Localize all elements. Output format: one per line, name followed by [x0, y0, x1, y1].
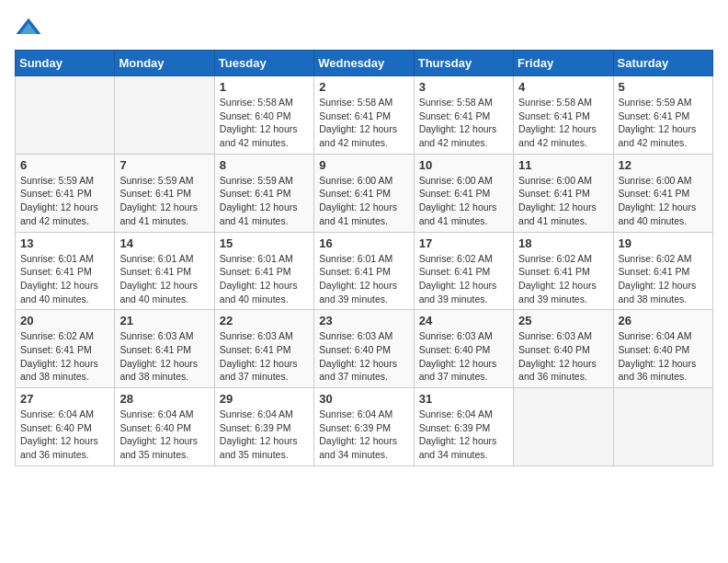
day-number: 28	[119, 392, 210, 406]
calendar-day-header: Saturday	[613, 51, 712, 76]
calendar-day-cell: 23Sunrise: 6:03 AM Sunset: 6:40 PM Dayli…	[314, 310, 414, 388]
calendar-day-cell: 3Sunrise: 5:58 AM Sunset: 6:41 PM Daylig…	[414, 76, 513, 155]
day-info: Sunrise: 5:59 AM Sunset: 6:41 PM Dayligh…	[20, 174, 110, 228]
calendar-week-row: 27Sunrise: 6:04 AM Sunset: 6:40 PM Dayli…	[16, 388, 713, 466]
calendar-day-header: Monday	[115, 51, 214, 76]
calendar-week-row: 1Sunrise: 5:58 AM Sunset: 6:40 PM Daylig…	[16, 76, 713, 155]
day-number: 20	[20, 314, 110, 327]
day-info: Sunrise: 6:00 AM Sunset: 6:41 PM Dayligh…	[518, 174, 609, 228]
day-info: Sunrise: 6:04 AM Sunset: 6:39 PM Dayligh…	[419, 408, 509, 462]
calendar-day-cell: 24Sunrise: 6:03 AM Sunset: 6:40 PM Dayli…	[414, 310, 513, 388]
calendar-header-row: SundayMondayTuesdayWednesdayThursdayFrid…	[16, 51, 713, 76]
day-info: Sunrise: 6:04 AM Sunset: 6:39 PM Dayligh…	[319, 408, 409, 462]
day-info: Sunrise: 5:58 AM Sunset: 6:41 PM Dayligh…	[319, 96, 409, 150]
calendar-day-cell: 6Sunrise: 5:59 AM Sunset: 6:41 PM Daylig…	[16, 154, 115, 232]
calendar-day-cell: 1Sunrise: 5:58 AM Sunset: 6:40 PM Daylig…	[214, 76, 313, 155]
day-number: 21	[119, 314, 210, 327]
calendar-day-cell: 13Sunrise: 6:01 AM Sunset: 6:41 PM Dayli…	[16, 232, 115, 310]
day-number: 31	[419, 392, 509, 406]
calendar-day-cell: 4Sunrise: 5:58 AM Sunset: 6:41 PM Daylig…	[514, 76, 613, 155]
day-number: 16	[319, 236, 409, 250]
calendar-day-cell: 15Sunrise: 6:01 AM Sunset: 6:41 PM Dayli…	[214, 232, 313, 310]
calendar-day-cell: 30Sunrise: 6:04 AM Sunset: 6:39 PM Dayli…	[314, 388, 414, 466]
day-info: Sunrise: 6:01 AM Sunset: 6:41 PM Dayligh…	[119, 252, 210, 306]
calendar-day-cell: 19Sunrise: 6:02 AM Sunset: 6:41 PM Dayli…	[613, 232, 712, 310]
day-info: Sunrise: 6:01 AM Sunset: 6:41 PM Dayligh…	[20, 252, 110, 306]
calendar-day-cell: 10Sunrise: 6:00 AM Sunset: 6:41 PM Dayli…	[414, 154, 513, 232]
day-info: Sunrise: 6:04 AM Sunset: 6:39 PM Dayligh…	[220, 408, 310, 462]
day-number: 17	[419, 236, 509, 250]
day-number: 19	[619, 236, 709, 250]
calendar-day-cell: 16Sunrise: 6:01 AM Sunset: 6:41 PM Dayli…	[314, 232, 414, 310]
day-info: Sunrise: 6:00 AM Sunset: 6:41 PM Dayligh…	[319, 174, 409, 228]
day-number: 6	[20, 158, 110, 172]
day-info: Sunrise: 5:59 AM Sunset: 6:41 PM Dayligh…	[119, 174, 210, 228]
day-number: 22	[220, 314, 310, 327]
day-number: 27	[20, 392, 110, 406]
calendar-day-cell: 12Sunrise: 6:00 AM Sunset: 6:41 PM Dayli…	[613, 154, 712, 232]
day-number: 26	[619, 314, 709, 327]
calendar-day-cell: 8Sunrise: 5:59 AM Sunset: 6:41 PM Daylig…	[214, 154, 313, 232]
day-info: Sunrise: 6:04 AM Sunset: 6:40 PM Dayligh…	[619, 329, 709, 384]
calendar-day-header: Friday	[514, 51, 613, 76]
logo-icon	[15, 15, 42, 42]
calendar-week-row: 6Sunrise: 5:59 AM Sunset: 6:41 PM Daylig…	[16, 154, 713, 232]
calendar-day-cell	[613, 388, 712, 466]
calendar-day-cell: 26Sunrise: 6:04 AM Sunset: 6:40 PM Dayli…	[613, 310, 712, 388]
calendar-day-cell	[115, 76, 214, 155]
day-number: 4	[518, 80, 609, 94]
day-number: 29	[220, 392, 310, 406]
calendar-day-header: Sunday	[16, 51, 115, 76]
day-number: 8	[220, 158, 310, 172]
calendar-day-cell: 28Sunrise: 6:04 AM Sunset: 6:40 PM Dayli…	[115, 388, 214, 466]
calendar-day-header: Wednesday	[314, 51, 414, 76]
calendar-day-cell: 18Sunrise: 6:02 AM Sunset: 6:41 PM Dayli…	[514, 232, 613, 310]
day-info: Sunrise: 6:01 AM Sunset: 6:41 PM Dayligh…	[319, 252, 409, 306]
day-number: 13	[20, 236, 110, 250]
calendar-day-header: Thursday	[414, 51, 513, 76]
calendar-day-cell: 17Sunrise: 6:02 AM Sunset: 6:41 PM Dayli…	[414, 232, 513, 310]
day-info: Sunrise: 6:03 AM Sunset: 6:40 PM Dayligh…	[419, 329, 509, 384]
calendar-day-cell: 29Sunrise: 6:04 AM Sunset: 6:39 PM Dayli…	[214, 388, 313, 466]
day-number: 12	[619, 158, 709, 172]
day-number: 14	[119, 236, 210, 250]
day-info: Sunrise: 6:04 AM Sunset: 6:40 PM Dayligh…	[20, 408, 110, 462]
day-info: Sunrise: 6:03 AM Sunset: 6:41 PM Dayligh…	[220, 329, 310, 384]
day-number: 18	[518, 236, 609, 250]
day-number: 9	[319, 158, 409, 172]
day-info: Sunrise: 6:04 AM Sunset: 6:40 PM Dayligh…	[119, 408, 210, 462]
day-number: 1	[220, 80, 310, 94]
day-info: Sunrise: 5:59 AM Sunset: 6:41 PM Dayligh…	[220, 174, 310, 228]
day-number: 30	[319, 392, 409, 406]
calendar-day-cell	[514, 388, 613, 466]
day-info: Sunrise: 6:00 AM Sunset: 6:41 PM Dayligh…	[619, 174, 709, 228]
calendar-day-cell: 22Sunrise: 6:03 AM Sunset: 6:41 PM Dayli…	[214, 310, 313, 388]
day-number: 5	[619, 80, 709, 94]
calendar-day-cell: 11Sunrise: 6:00 AM Sunset: 6:41 PM Dayli…	[514, 154, 613, 232]
calendar-day-cell: 9Sunrise: 6:00 AM Sunset: 6:41 PM Daylig…	[314, 154, 414, 232]
calendar-week-row: 13Sunrise: 6:01 AM Sunset: 6:41 PM Dayli…	[16, 232, 713, 310]
day-number: 15	[220, 236, 310, 250]
calendar-day-cell: 27Sunrise: 6:04 AM Sunset: 6:40 PM Dayli…	[16, 388, 115, 466]
day-info: Sunrise: 6:00 AM Sunset: 6:41 PM Dayligh…	[419, 174, 509, 228]
calendar-day-header: Tuesday	[214, 51, 313, 76]
day-info: Sunrise: 6:03 AM Sunset: 6:41 PM Dayligh…	[119, 329, 210, 384]
calendar-day-cell: 2Sunrise: 5:58 AM Sunset: 6:41 PM Daylig…	[314, 76, 414, 155]
calendar-day-cell: 31Sunrise: 6:04 AM Sunset: 6:39 PM Dayli…	[414, 388, 513, 466]
calendar-table: SundayMondayTuesdayWednesdayThursdayFrid…	[15, 50, 713, 466]
calendar-day-cell	[16, 76, 115, 155]
day-info: Sunrise: 5:58 AM Sunset: 6:41 PM Dayligh…	[419, 96, 509, 150]
day-info: Sunrise: 6:02 AM Sunset: 6:41 PM Dayligh…	[20, 329, 110, 384]
calendar-week-row: 20Sunrise: 6:02 AM Sunset: 6:41 PM Dayli…	[16, 310, 713, 388]
page-header	[15, 15, 713, 42]
day-info: Sunrise: 6:02 AM Sunset: 6:41 PM Dayligh…	[619, 252, 709, 306]
calendar-day-cell: 25Sunrise: 6:03 AM Sunset: 6:40 PM Dayli…	[514, 310, 613, 388]
day-info: Sunrise: 5:58 AM Sunset: 6:40 PM Dayligh…	[220, 96, 310, 150]
day-info: Sunrise: 6:02 AM Sunset: 6:41 PM Dayligh…	[419, 252, 509, 306]
day-number: 24	[419, 314, 509, 327]
calendar-day-cell: 20Sunrise: 6:02 AM Sunset: 6:41 PM Dayli…	[16, 310, 115, 388]
day-number: 7	[119, 158, 210, 172]
calendar-day-cell: 5Sunrise: 5:59 AM Sunset: 6:41 PM Daylig…	[613, 76, 712, 155]
day-info: Sunrise: 6:03 AM Sunset: 6:40 PM Dayligh…	[319, 329, 409, 384]
day-info: Sunrise: 6:01 AM Sunset: 6:41 PM Dayligh…	[220, 252, 310, 306]
